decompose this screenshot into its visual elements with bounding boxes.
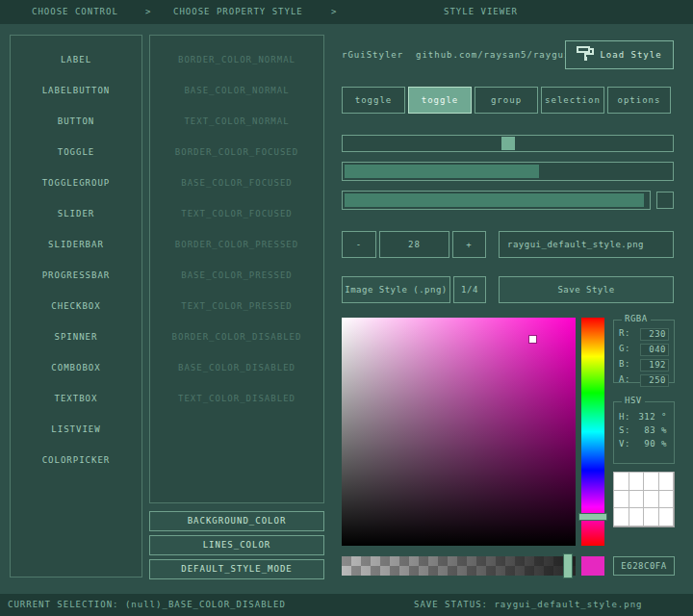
control-item-combobox[interactable]: COMBOBOX (11, 352, 141, 383)
section-choose-control: CHOOSE CONTROL (32, 0, 118, 24)
palette-cell[interactable] (629, 472, 645, 491)
hex-color-input[interactable]: E628C0FA (613, 556, 675, 576)
a-label: A: (619, 374, 630, 387)
properties-listview: BORDER_COLOR_NORMAL BASE_COLOR_NORMAL TE… (149, 35, 324, 503)
selected-color-swatch (581, 556, 604, 576)
save-style-button[interactable]: Save Style (499, 276, 674, 303)
control-item-textbox[interactable]: TEXTBOX (11, 383, 141, 414)
property-item[interactable]: BASE_COLOR_NORMAL (150, 75, 323, 106)
palette-cell[interactable] (613, 507, 629, 526)
top-sections-bar: CHOOSE CONTROL > CHOOSE PROPERTY STYLE >… (0, 0, 693, 24)
property-item[interactable]: BORDER_COLOR_FOCUSED (150, 137, 323, 167)
hue-bar-cursor[interactable] (578, 513, 607, 521)
section-style-viewer: STYLE VIEWER (444, 0, 518, 24)
progress-bar-fill (345, 193, 644, 207)
current-selection-status: CURRENT SELECTION: (null)_BASE_COLOR_DIS… (8, 594, 286, 616)
background-color-button[interactable]: BACKGROUND_COLOR (149, 511, 324, 531)
s-value: 83 % (642, 425, 669, 436)
h-label: H: (619, 412, 630, 423)
palette-cell[interactable] (643, 490, 659, 509)
property-item[interactable]: BASE_COLOR_DISABLED (150, 352, 323, 383)
color-palette-grid (613, 472, 675, 527)
spinner-increment-button[interactable]: + (452, 231, 486, 258)
b-value: 192 (640, 359, 669, 372)
s-label: S: (619, 425, 630, 436)
checkbox[interactable] (656, 192, 674, 209)
palette-cell[interactable] (613, 490, 629, 509)
palette-cell[interactable] (643, 507, 659, 526)
toggle-item-0[interactable]: toggle (342, 87, 405, 114)
palette-cell[interactable] (613, 472, 629, 491)
control-item-label[interactable]: LABEL (11, 44, 141, 75)
slider-handle[interactable] (501, 137, 515, 150)
property-item[interactable]: BORDER_COLOR_PRESSED (150, 229, 323, 260)
lines-color-button[interactable]: LINES_COLOR (149, 535, 324, 555)
app-title: rGuiStyler (342, 40, 403, 69)
control-item-listview[interactable]: LISTVIEW (11, 414, 141, 445)
hsv-title: HSV (622, 396, 645, 405)
control-item-checkbox[interactable]: CHECKBOX (11, 291, 141, 321)
toggle-item-2[interactable]: group (475, 87, 538, 114)
palette-cell[interactable] (629, 490, 645, 509)
control-item-progressbar[interactable]: PROGRESSBAR (11, 260, 141, 291)
control-item-button[interactable]: BUTTON (11, 106, 141, 137)
bottom-statusbar: CURRENT SELECTION: (null)_BASE_COLOR_DIS… (0, 594, 693, 616)
g-value: 040 (640, 344, 669, 356)
color-saturation-value-panel[interactable] (342, 318, 576, 546)
load-style-label: Load Style (600, 50, 661, 60)
slider-bar[interactable] (342, 162, 674, 181)
combobox-counter[interactable]: 1/4 (453, 276, 486, 303)
controls-listview: LABEL LABELBUTTON BUTTON TOGGLE TOGGLEGR… (10, 35, 142, 578)
palette-cell[interactable] (658, 472, 675, 491)
g-label: G: (619, 344, 630, 356)
palette-cell[interactable] (658, 490, 675, 509)
property-item[interactable]: TEXT_COLOR_NORMAL (150, 106, 323, 137)
hue-bar[interactable] (581, 318, 604, 546)
palette-cell[interactable] (629, 507, 645, 526)
progress-bar (342, 191, 651, 210)
default-style-mode-button[interactable]: DEFAULT_STYLE_MODE (149, 559, 324, 579)
property-item[interactable]: TEXT_COLOR_FOCUSED (150, 198, 323, 229)
control-item-sliderbar[interactable]: SLIDERBAR (11, 229, 141, 260)
rgba-groupbox: RGBA R:230 G:040 B:192 A:250 (613, 320, 675, 383)
alpha-bar-cursor[interactable] (563, 553, 573, 578)
repo-link[interactable]: github.com/raysan5/raygui (416, 40, 570, 69)
control-item-labelbutton[interactable]: LABELBUTTON (11, 75, 141, 106)
v-value: 90 % (642, 439, 669, 449)
spinner-value[interactable]: 28 (379, 231, 449, 258)
control-item-spinner[interactable]: SPINNER (11, 321, 141, 352)
control-item-slider[interactable]: SLIDER (11, 198, 141, 229)
v-label: V: (619, 439, 630, 449)
toggle-item-1-active[interactable]: toggle (408, 87, 472, 114)
property-item[interactable]: BORDER_COLOR_NORMAL (150, 44, 323, 75)
filename-input[interactable] (499, 231, 674, 258)
property-item[interactable]: TEXT_COLOR_PRESSED (150, 291, 323, 321)
property-item[interactable]: BASE_COLOR_PRESSED (150, 260, 323, 291)
r-value: 230 (640, 328, 669, 341)
palette-cell[interactable] (643, 472, 659, 491)
toggle-item-4[interactable]: options (607, 87, 671, 114)
load-style-button[interactable]: Load Style (565, 40, 674, 69)
slider[interactable] (342, 135, 674, 152)
b-label: B: (619, 359, 630, 372)
property-item[interactable]: TEXT_COLOR_DISABLED (150, 383, 323, 414)
r-label: R: (619, 328, 630, 341)
save-status: SAVE STATUS: raygui_default_style.png (414, 594, 642, 616)
property-item[interactable]: BORDER_COLOR_DISABLED (150, 321, 323, 352)
rgba-title: RGBA (622, 314, 651, 323)
palette-cell[interactable] (658, 507, 675, 526)
export-format-combobox[interactable]: Image Style (.png) (342, 276, 450, 303)
hsv-groupbox: HSV H:312 ° S:83 % V:90 % (613, 401, 675, 464)
control-item-togglegroup[interactable]: TOGGLEGROUP (11, 167, 141, 198)
chevron-right-icon: > (145, 0, 151, 24)
control-item-colorpicker[interactable]: COLORPICKER (11, 445, 141, 475)
alpha-bar[interactable] (342, 556, 576, 576)
section-choose-property-style: CHOOSE PROPERTY STYLE (173, 0, 303, 24)
spinner-decrement-button[interactable]: - (342, 231, 376, 258)
paint-roller-icon (577, 46, 594, 64)
color-picker-cursor[interactable] (529, 336, 536, 343)
h-value: 312 ° (636, 412, 669, 423)
control-item-toggle[interactable]: TOGGLE (11, 137, 141, 167)
toggle-item-3[interactable]: selection (541, 87, 604, 114)
property-item[interactable]: BASE_COLOR_FOCUSED (150, 167, 323, 198)
